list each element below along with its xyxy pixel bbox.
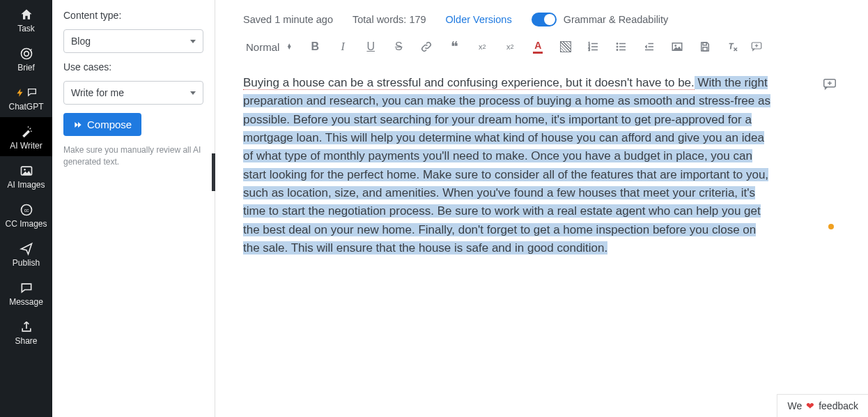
superscript-button[interactable]: x2 [502,39,518,54]
use-cases-value: Write for me [71,87,124,98]
letter-a-icon: A [534,40,541,51]
image-icon [20,163,33,179]
nav-label: AI Images [7,180,45,190]
nav-item-brief[interactable]: Brief [0,39,52,78]
svg-text:T: T [729,42,734,50]
svg-point-13 [675,45,676,46]
fast-forward-icon [73,120,83,130]
subscript-button[interactable]: x2 [474,39,490,54]
nav-item-publish[interactable]: Publish [0,234,52,273]
svg-point-0 [21,49,31,59]
content-type-select[interactable]: Blog [63,29,203,53]
font-color-button[interactable]: A [530,39,545,54]
clear-format-button[interactable]: T [725,39,741,54]
grammar-toggle[interactable] [532,13,557,26]
nav-label: CC Images [5,219,47,229]
underline-button[interactable]: U [363,39,378,54]
bold-button[interactable]: B [307,39,323,54]
compose-button[interactable]: Compose [63,113,141,136]
highlight-icon [560,41,571,52]
svg-point-9 [617,43,618,44]
italic-button[interactable]: I [335,39,350,54]
ai-review-hint: Make sure you manually review all AI gen… [63,144,203,168]
content-type-label: Content type: [63,10,203,21]
content-type-value: Blog [71,36,91,47]
status-dot-icon [828,224,834,229]
bullet-list-icon [615,40,628,53]
chatgpt-icon [15,85,38,100]
share-icon [20,319,33,335]
unordered-list-button[interactable] [614,39,629,54]
clear-format-icon: T [727,40,739,53]
target-icon [20,46,33,61]
svg-point-1 [24,52,29,56]
ordered-list-button[interactable]: 123 [586,39,601,54]
paragraph-style-select[interactable]: Normal ▲▼ [243,40,295,54]
paragraph-style-value: Normal [246,41,279,53]
heart-icon: ❤ [806,400,814,411]
send-icon [20,241,33,257]
nav-label: Publish [13,258,40,268]
toggle-knob [544,14,555,25]
svg-rect-14 [703,43,706,45]
svg-point-3 [24,169,26,171]
svg-text:cc: cc [24,208,29,213]
ai-writer-panel: Content type: Blog Use cases: Write for … [52,0,215,417]
feedback-suffix: feedback [819,400,858,411]
nav-item-cc-images[interactable]: cc CC Images [0,195,52,234]
highlight-button[interactable] [558,39,573,54]
ordered-list-icon: 123 [587,40,600,53]
cc-icon: cc [20,202,33,218]
nav-label: Brief [17,63,35,73]
nav-label: Message [9,297,43,307]
nav-item-ai-writer[interactable]: AI Writer [0,117,52,156]
editor-text-selected: With the right preparation and research,… [243,76,770,255]
use-cases-select[interactable]: Write for me [63,81,203,105]
word-count: Total words: 179 [352,14,426,25]
nav-item-chatgpt[interactable]: ChatGPT [0,78,52,117]
nav-item-ai-images[interactable]: AI Images [0,156,52,195]
save-icon [699,40,711,53]
comment-plus-icon [822,77,837,92]
caret-down-icon [190,40,196,43]
strikethrough-button[interactable]: S [391,39,406,54]
link-button[interactable] [419,39,434,54]
updown-icon: ▲▼ [286,44,292,50]
editor-toolbar: Normal ▲▼ B I U S ❝ x2 x2 A 123 [215,32,868,60]
comment-plus-icon [750,40,763,53]
nav-item-task[interactable]: Task [0,0,52,39]
nav-item-message[interactable]: Message [0,273,52,312]
blockquote-button[interactable]: ❝ [447,39,462,54]
svg-rect-15 [703,47,707,51]
editor-content[interactable]: Buying a house can be a stressful and co… [215,60,800,257]
nav-label: Share [15,336,37,346]
color-bar [533,52,543,54]
nav-item-share[interactable]: Share [0,312,52,351]
use-cases-label: Use cases: [63,61,203,73]
add-comment-button[interactable] [749,39,764,54]
caret-down-icon [190,91,196,95]
image-icon [671,40,683,53]
grammar-toggle-label: Grammar & Readability [564,14,669,25]
nav-label: AI Writer [10,141,42,151]
margin-comment-button[interactable] [821,75,839,93]
outdent-icon [643,40,656,53]
save-button[interactable] [697,39,713,54]
grammar-toggle-group: Grammar & Readability [532,13,669,26]
editor-area: Saved 1 minute ago Total words: 179 Olde… [215,0,868,417]
chat-icon [20,280,33,296]
older-versions-link[interactable]: Older Versions [446,14,512,25]
nav-label: ChatGPT [8,102,43,112]
image-button[interactable] [669,39,685,54]
editor-text-plain: Buying a house can be a stressful and co… [243,76,695,90]
magic-wand-icon [20,124,33,139]
nav-label: Task [17,24,35,33]
feedback-button[interactable]: We ❤ feedback [777,394,868,417]
svg-text:3: 3 [589,48,591,52]
home-icon [20,7,33,22]
outdent-button[interactable] [642,39,657,54]
feedback-prefix: We [787,400,802,411]
svg-point-11 [617,49,618,50]
compose-label: Compose [87,119,132,130]
editor-topbar: Saved 1 minute ago Total words: 179 Olde… [215,0,868,32]
